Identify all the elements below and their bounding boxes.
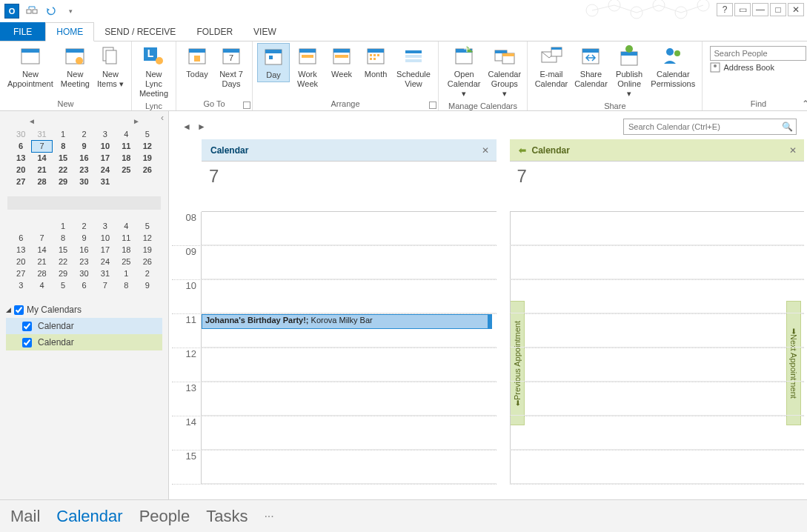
label: E-mail Calendar xyxy=(535,70,568,89)
calendar-groups-button[interactable]: Calendar Groups ▾ xyxy=(486,43,522,100)
undo-icon[interactable] xyxy=(44,4,58,18)
svg-rect-9 xyxy=(21,49,39,53)
search-people-input[interactable] xyxy=(710,46,806,61)
my-calendars-header[interactable]: ◢My Calendars xyxy=(6,302,162,318)
svg-rect-46 xyxy=(495,50,507,53)
new-lync-meeting-button[interactable]: LNew Lync Meeting xyxy=(136,43,171,100)
dialog-launcher-icon[interactable] xyxy=(243,102,250,109)
day-header-2: 7 xyxy=(510,162,805,212)
nav-mail[interactable]: Mail xyxy=(10,507,40,526)
label: Share Calendar xyxy=(574,70,608,89)
svg-text:L: L xyxy=(147,47,154,59)
group-label: Share xyxy=(532,100,697,112)
today-button[interactable]: Today xyxy=(181,43,213,81)
outlook-icon: O xyxy=(4,4,19,19)
ribbon-group-new: New Appointment New Meeting New Items ▾ … xyxy=(0,41,132,110)
mini-calendar-2[interactable]: 1234567891011121314151617181920212223242… xyxy=(0,217,168,299)
close-tab-icon[interactable]: ✕ xyxy=(482,145,489,156)
label: Next 7 Days xyxy=(219,70,243,89)
nav-people[interactable]: People xyxy=(139,507,190,526)
calendar-checkbox[interactable] xyxy=(22,322,32,331)
new-meeting-button[interactable]: New Meeting xyxy=(58,43,93,90)
calendar-item-2[interactable]: Calendar xyxy=(6,334,162,350)
label: New Appointment xyxy=(7,70,53,89)
calendar-tab-2[interactable]: ⬅Calendar✕ xyxy=(510,139,805,162)
next-7-days-button[interactable]: 7Next 7 Days xyxy=(215,43,248,90)
schedule-view-button[interactable]: Schedule View xyxy=(393,43,434,90)
share-calendar-button[interactable]: Share Calendar xyxy=(572,43,611,90)
open-calendar-button[interactable]: Open Calendar ▾ xyxy=(443,43,485,100)
tab-view[interactable]: VIEW xyxy=(243,22,287,41)
svg-rect-36 xyxy=(373,54,376,56)
group-label: Manage Calendars xyxy=(443,100,522,112)
calendar-item-1[interactable]: Calendar xyxy=(6,318,162,334)
dialog-launcher-icon[interactable] xyxy=(429,102,436,109)
prev-day-icon[interactable]: ◄ xyxy=(179,122,194,132)
next-day-icon[interactable]: ► xyxy=(194,122,209,132)
nav-tasks[interactable]: Tasks xyxy=(206,507,248,526)
collapse-ribbon-icon[interactable]: ⌃ xyxy=(802,99,807,109)
close-tab-icon[interactable]: ✕ xyxy=(789,145,797,156)
calendar-tab-1[interactable]: Calendar✕ xyxy=(202,139,497,162)
calendar-divider xyxy=(7,196,161,210)
label: Schedule View xyxy=(396,70,431,89)
close-icon[interactable]: ✕ xyxy=(788,3,804,16)
day-button[interactable]: Day xyxy=(257,43,290,82)
ribbon-display-icon[interactable]: ▭ xyxy=(734,3,751,16)
ribbon-group-arrange: Day Work Week Week Month Schedule View A… xyxy=(253,41,439,110)
label: Calendar Permissions xyxy=(651,70,695,89)
svg-rect-20 xyxy=(194,56,200,61)
nav-calendar[interactable]: Calendar xyxy=(56,507,122,526)
new-appointment-button[interactable]: New Appointment xyxy=(4,43,56,90)
my-calendars-checkbox[interactable] xyxy=(14,305,24,315)
maximize-icon[interactable]: □ xyxy=(770,3,786,16)
label: New Lync Meeting xyxy=(139,70,168,99)
ribbon: New Appointment New Meeting New Items ▾ … xyxy=(0,41,807,111)
search-calendar-input[interactable] xyxy=(624,122,778,131)
title-bar: O ▾ ? ▭ — □ ✕ xyxy=(0,0,807,22)
appointment[interactable]: Johanna's Birthday Party!; Korova Milky … xyxy=(202,314,492,329)
week-button[interactable]: Week xyxy=(325,43,358,81)
label: Today xyxy=(186,70,207,79)
svg-rect-34 xyxy=(368,49,384,53)
new-items-button[interactable]: New Items ▾ xyxy=(94,43,127,90)
minimize-icon[interactable]: — xyxy=(752,3,768,16)
calendar-main: ◄► 🔍 Calendar✕ 7 08091011Johanna's Birth… xyxy=(169,111,807,499)
label: Calendar Groups ▾ xyxy=(488,70,522,99)
tab-home[interactable]: HOME xyxy=(45,22,94,41)
collapse-sidebar-icon[interactable]: ‹ xyxy=(161,113,164,123)
group-label: New xyxy=(4,98,127,110)
month-button[interactable]: Month xyxy=(359,43,392,81)
search-icon[interactable]: 🔍 xyxy=(778,122,796,132)
calendar-checkbox[interactable] xyxy=(22,338,32,348)
calendar-permissions-button[interactable]: Calendar Permissions xyxy=(648,43,697,90)
email-calendar-button[interactable]: E-mail Calendar xyxy=(532,43,571,90)
prev-month-icon[interactable]: ◄ xyxy=(28,117,36,125)
tab-folder[interactable]: FOLDER xyxy=(186,22,243,41)
overlay-arrow-icon[interactable]: ⬅ xyxy=(519,145,526,156)
svg-rect-51 xyxy=(551,47,562,50)
time-grid-2[interactable]: ⬅ Previous Appointment ➡ Next Appointmen… xyxy=(510,212,805,499)
day-header-1: 7 xyxy=(202,162,497,212)
svg-rect-14 xyxy=(106,50,116,64)
search-calendar[interactable]: 🔍 xyxy=(623,119,797,135)
label: Address Book xyxy=(723,63,774,72)
publish-online-button[interactable]: Publish Online ▾ xyxy=(611,43,647,100)
qat-customize-icon[interactable]: ▾ xyxy=(64,4,77,18)
svg-point-57 xyxy=(666,48,674,56)
time-grid-1[interactable]: 08091011Johanna's Birthday Party!; Korov… xyxy=(172,212,497,499)
tab-send-receive[interactable]: SEND / RECEIVE xyxy=(94,22,186,41)
address-book-button[interactable]: Address Book xyxy=(710,62,806,73)
label: Calendar xyxy=(210,145,248,156)
label: Month xyxy=(365,70,388,79)
work-week-button[interactable]: Work Week xyxy=(291,43,324,90)
nav-more-icon[interactable]: ··· xyxy=(264,510,273,523)
tab-file[interactable]: FILE xyxy=(0,22,45,41)
help-icon[interactable]: ? xyxy=(717,3,733,16)
send-receive-qat-icon[interactable] xyxy=(25,4,39,18)
next-month-icon[interactable]: ► xyxy=(133,117,140,125)
group-label: Go To xyxy=(181,98,248,110)
svg-rect-35 xyxy=(370,54,372,56)
mini-calendar-1[interactable]: 3031123456789101112131415161718192021222… xyxy=(0,125,168,195)
svg-rect-29 xyxy=(302,55,313,58)
